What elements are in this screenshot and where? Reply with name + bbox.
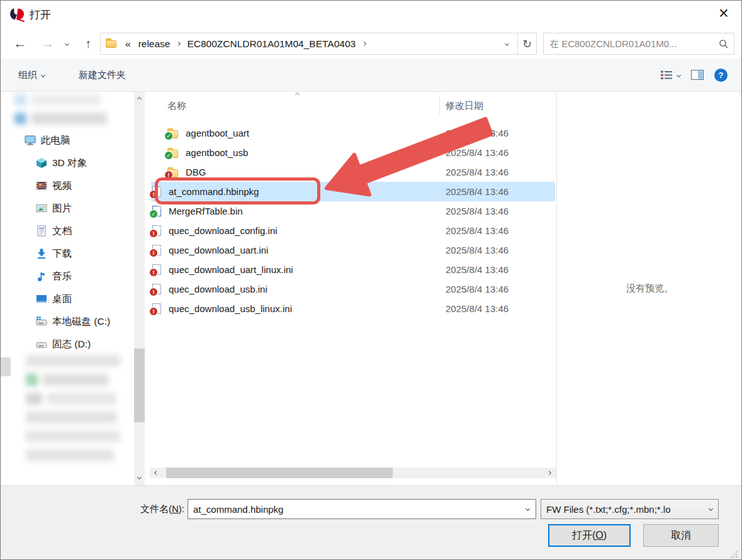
- file-row[interactable]: agentboot_uart 2025/8/4 13:46: [151, 123, 555, 143]
- help-button[interactable]: ?: [714, 69, 728, 82]
- cancel-button[interactable]: 取消: [643, 524, 719, 547]
- file-name: quec_download_uart_linux.ini: [169, 264, 293, 275]
- sidebar-item-desktop[interactable]: 桌面: [1, 288, 133, 310]
- file-date: 2025/8/4 13:46: [446, 167, 509, 177]
- sidebar-item-label: 音乐: [52, 270, 72, 283]
- chevron-down-icon: [709, 507, 713, 511]
- folder-check-icon: [167, 150, 178, 158]
- file-error-icon: [152, 245, 161, 255]
- file-row[interactable]: MergeRfTable.bin 2025/8/4 13:46: [151, 201, 555, 221]
- sidebar-item-this-pc[interactable]: 此电脑: [1, 129, 133, 152]
- preview-pane: 没有预览。: [556, 92, 742, 485]
- window-title: 打开: [30, 8, 51, 22]
- file-date: 2025/8/4 13:46: [446, 128, 509, 138]
- sidebar-item-downloads[interactable]: 下载: [1, 242, 133, 265]
- sidebar-item-label: 文档: [52, 225, 72, 238]
- change-view-button[interactable]: [661, 70, 680, 80]
- file-name: at_command.hbinpkg: [169, 186, 259, 197]
- sidebar-item-3d-objects[interactable]: 3D 对象: [1, 152, 133, 174]
- scroll-down-arrow[interactable]: [134, 471, 145, 483]
- file-row-selected[interactable]: at_command.hbinpkg 2025/8/4 13:46: [151, 182, 555, 201]
- scroll-up-arrow[interactable]: [134, 93, 145, 104]
- address-dropdown-icon[interactable]: [505, 42, 509, 46]
- recent-locations-button[interactable]: [60, 31, 74, 56]
- 3d-objects-icon: [36, 157, 47, 169]
- file-name: agentboot_usb: [186, 147, 248, 158]
- sidebar-item-videos[interactable]: 视频: [1, 174, 133, 197]
- new-folder-button[interactable]: 新建文件夹: [79, 59, 126, 91]
- file-name: agentboot_uart: [186, 128, 249, 138]
- filename-label: 文件名(N):: [101, 503, 184, 515]
- navigation-pane: 此电脑 3D 对象: [1, 92, 150, 485]
- file-date: 2025/8/4 13:46: [446, 264, 509, 275]
- file-error-icon: [152, 264, 161, 275]
- sidebar-item-pictures[interactable]: 图片: [1, 197, 133, 220]
- disk-d-icon: [36, 339, 47, 350]
- search-input[interactable]: [544, 38, 719, 49]
- forward-button[interactable]: →: [37, 31, 59, 56]
- chevron-right-icon: [362, 42, 366, 46]
- file-row[interactable]: DBG 2025/8/4 13:46: [151, 162, 555, 182]
- close-button[interactable]: ×: [712, 2, 735, 25]
- pictures-icon: [36, 203, 47, 214]
- sort-ascending-icon: [295, 92, 300, 97]
- sidebar-item-label: 桌面: [52, 293, 72, 306]
- file-name: quec_download_uart.ini: [169, 245, 268, 255]
- back-button[interactable]: ←: [9, 31, 31, 56]
- file-error-icon: [152, 303, 161, 314]
- sidebar-item-label: 视频: [52, 179, 72, 193]
- chevron-down-icon: [64, 41, 69, 45]
- organize-button[interactable]: 组织: [18, 59, 45, 91]
- breadcrumb-overflow[interactable]: «: [121, 38, 135, 50]
- address-bar[interactable]: « release EC800ZCNLDR01A01M04_BETA0403: [100, 33, 518, 55]
- scroll-right-arrow[interactable]: [544, 468, 554, 478]
- command-bar: 组织 新建文件夹 ?: [1, 59, 741, 92]
- view-controls: ?: [661, 59, 728, 91]
- search-box[interactable]: [543, 33, 734, 55]
- resize-grip[interactable]: [729, 549, 738, 559]
- sidebar-item-label: 此电脑: [41, 134, 70, 147]
- sidebar-item-music[interactable]: 音乐: [1, 265, 133, 288]
- up-button[interactable]: ↑: [77, 31, 99, 56]
- file-row[interactable]: quec_download_uart_linux.ini 2025/8/4 13…: [151, 260, 555, 279]
- chevron-down-icon: [677, 72, 681, 77]
- chevron-right-icon: [176, 42, 181, 46]
- sidebar-item-local-disk-c[interactable]: 本地磁盘 (C:): [1, 310, 133, 333]
- file-error-icon: [152, 284, 161, 294]
- filename-combobox[interactable]: [188, 499, 536, 519]
- file-date: 2025/8/4 13:46: [446, 147, 509, 158]
- column-header-name[interactable]: 名称: [167, 100, 186, 112]
- file-row[interactable]: agentboot_usb 2025/8/4 13:46: [151, 143, 555, 162]
- preview-pane-button[interactable]: [691, 70, 704, 80]
- horizontal-scrollbar[interactable]: [150, 468, 556, 478]
- column-header-date[interactable]: 修改日期: [446, 100, 483, 112]
- sidebar-scrollbar[interactable]: [134, 92, 145, 485]
- sidebar-item-documents[interactable]: 文档: [1, 220, 133, 242]
- file-row[interactable]: quec_download_usb_linux.ini 2025/8/4 13:…: [151, 299, 555, 318]
- file-name: quec_download_usb_linux.ini: [169, 303, 292, 314]
- music-icon: [36, 271, 47, 282]
- downloads-icon: [36, 248, 47, 259]
- file-row[interactable]: quec_download_uart.ini 2025/8/4 13:46: [151, 240, 555, 260]
- videos-icon: [36, 180, 47, 191]
- filename-input[interactable]: [188, 500, 536, 518]
- new-folder-label: 新建文件夹: [79, 69, 126, 81]
- scrollbar-thumb[interactable]: [134, 349, 145, 422]
- breadcrumb-segment[interactable]: EC800ZCNLDR01A01M04_BETA0403: [183, 38, 359, 50]
- filetype-select[interactable]: FW Files (*.txt;*.cfg;*.mbn;*.lo: [541, 499, 719, 519]
- file-date: 2025/8/4 13:46: [446, 284, 509, 294]
- open-button[interactable]: 打开(O): [548, 524, 631, 547]
- redacted-sidebar-items: [26, 355, 132, 468]
- redacted-sidebar-items: [14, 94, 109, 132]
- disk-c-icon: [36, 316, 47, 327]
- scroll-left-arrow[interactable]: [151, 468, 161, 478]
- refresh-button[interactable]: ↻: [518, 33, 537, 55]
- scrollbar-thumb[interactable]: [166, 468, 393, 478]
- organize-label: 组织: [18, 69, 37, 81]
- file-row[interactable]: quec_download_config.ini 2025/8/4 13:46: [151, 221, 555, 240]
- file-date: 2025/8/4 13:46: [446, 206, 509, 216]
- file-row[interactable]: quec_download_usb.ini 2025/8/4 13:46: [151, 279, 555, 299]
- column-divider[interactable]: [439, 94, 440, 115]
- breadcrumb-segment[interactable]: release: [135, 38, 174, 50]
- sidebar-item-disk-d[interactable]: 固态 (D:): [1, 333, 133, 356]
